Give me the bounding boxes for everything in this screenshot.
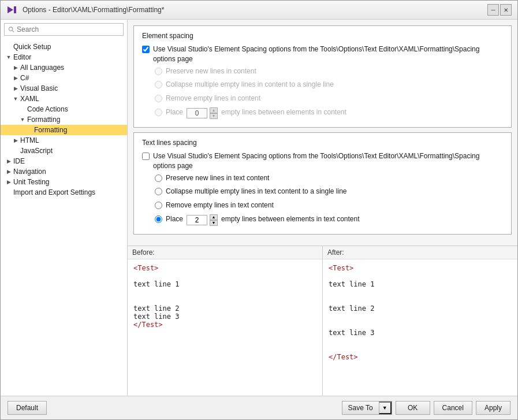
element-spacing-title: Element spacing bbox=[142, 32, 503, 40]
tls-place-radio[interactable] bbox=[155, 215, 162, 223]
ok-button[interactable]: OK bbox=[396, 401, 430, 415]
sidebar: Quick Setup ▼ Editor ▶ All Languages ▶ C… bbox=[1, 20, 128, 396]
cancel-button[interactable]: Cancel bbox=[434, 401, 472, 415]
es-place-suffix: empty lines between elements in content bbox=[221, 107, 346, 117]
default-button[interactable]: Default bbox=[8, 401, 47, 415]
svg-rect-1 bbox=[14, 6, 16, 13]
after-line-blank7 bbox=[329, 345, 512, 353]
before-line-1: <Test> bbox=[133, 264, 316, 272]
vs-logo-icon bbox=[6, 4, 18, 16]
svg-line-3 bbox=[12, 31, 14, 32]
after-line-blank3 bbox=[329, 296, 512, 304]
svg-marker-0 bbox=[8, 6, 13, 13]
tls-preserve-label: Preserve new lines in text content bbox=[166, 173, 269, 183]
options-dialog: Options - Editor\XAML\Formatting\Formatt… bbox=[0, 0, 518, 420]
search-box[interactable] bbox=[4, 23, 124, 36]
arrow-formatting-sub bbox=[26, 127, 33, 133]
element-spacing-checkbox[interactable] bbox=[142, 46, 150, 53]
es-place-radio[interactable] bbox=[155, 109, 162, 116]
tls-spin-buttons: ▲ ▼ bbox=[210, 214, 218, 226]
sidebar-item-xaml[interactable]: ▼ XAML bbox=[1, 94, 127, 104]
tls-remove-label: Remove empty lines in text content bbox=[166, 200, 274, 210]
close-button[interactable]: ✕ bbox=[500, 4, 512, 16]
sidebar-item-all-languages[interactable]: ▶ All Languages bbox=[1, 62, 127, 73]
sidebar-item-editor[interactable]: ▼ Editor bbox=[1, 52, 127, 62]
es-remove: Remove empty lines in content bbox=[155, 94, 503, 103]
element-spacing-vs-label: Use Visual Studio's Element Spacing opti… bbox=[153, 44, 503, 64]
after-line-blank2 bbox=[329, 288, 512, 296]
arrow-formatting-parent: ▼ bbox=[19, 116, 26, 123]
preview-area: Before: <Test> text line 1 text line 2 t… bbox=[128, 246, 517, 396]
after-line-2: text line 1 bbox=[329, 280, 512, 288]
es-preserve-label: Preserve new lines in content bbox=[166, 66, 256, 76]
text-lines-spacing-title: Text lines spacing bbox=[142, 139, 503, 147]
title-bar-left: Options - Editor\XAML\Formatting\Formatt… bbox=[6, 4, 164, 16]
after-content: <Test> text line 1 text line 2 text line… bbox=[323, 259, 517, 396]
minimize-button[interactable]: ─ bbox=[487, 4, 499, 16]
sidebar-item-import-export[interactable]: Import and Export Settings bbox=[1, 187, 127, 198]
sidebar-item-quick-setup[interactable]: Quick Setup bbox=[1, 42, 127, 52]
tls-sub-options: Preserve new lines in text content Colla… bbox=[142, 173, 503, 228]
before-line-4: text line 3 bbox=[133, 313, 316, 321]
tls-spin-input[interactable] bbox=[187, 215, 207, 225]
after-line-4: text line 3 bbox=[329, 329, 512, 337]
footer: Default Save To ▼ OK Cancel Apply bbox=[1, 396, 517, 419]
after-line-3: text line 2 bbox=[329, 304, 512, 313]
save-to-button[interactable]: Save To ▼ bbox=[342, 401, 392, 415]
element-spacing-section: Element spacing Use Visual Studio's Elem… bbox=[133, 25, 512, 128]
tls-spinbox: ▲ ▼ bbox=[187, 214, 218, 226]
arrow-code-actions bbox=[19, 106, 26, 113]
es-remove-radio[interactable] bbox=[155, 95, 162, 102]
es-spin-buttons: ▲ ▼ bbox=[210, 107, 218, 119]
arrow-editor: ▼ bbox=[5, 54, 12, 61]
tls-collapse-radio[interactable] bbox=[155, 188, 162, 195]
search-input[interactable] bbox=[17, 25, 120, 34]
before-line-blank2 bbox=[133, 288, 316, 296]
tree: Quick Setup ▼ Editor ▶ All Languages ▶ C… bbox=[1, 39, 127, 396]
after-line-blank4 bbox=[329, 313, 512, 321]
es-collapse: Collapse multiple empty lines in content… bbox=[155, 80, 503, 90]
arrow-html: ▶ bbox=[12, 137, 19, 144]
tls-place-label: Place bbox=[166, 214, 183, 224]
save-to-main[interactable]: Save To bbox=[342, 402, 379, 414]
sidebar-item-visual-basic[interactable]: ▶ Visual Basic bbox=[1, 83, 127, 94]
arrow-quick-setup bbox=[5, 43, 12, 50]
sidebar-item-unit-testing[interactable]: ▶ Unit Testing bbox=[1, 177, 127, 187]
before-line-blank3 bbox=[133, 296, 316, 304]
sidebar-item-formatting-sub[interactable]: Formatting bbox=[1, 125, 127, 135]
tls-preserve-radio[interactable] bbox=[155, 174, 162, 182]
sidebar-item-code-actions[interactable]: Code Actions bbox=[1, 104, 127, 114]
apply-button[interactable]: Apply bbox=[476, 401, 510, 415]
tls-place: Place ▲ ▼ empty lines between elements i… bbox=[155, 214, 503, 226]
after-pane: After: <Test> text line 1 text line 2 te… bbox=[323, 246, 517, 396]
es-collapse-radio[interactable] bbox=[155, 81, 162, 88]
tls-remove-radio[interactable] bbox=[155, 202, 162, 209]
arrow-ide: ▶ bbox=[5, 158, 12, 165]
tls-collapse-label: Collapse multiple empty lines in text co… bbox=[166, 187, 347, 196]
es-spin-input[interactable] bbox=[187, 108, 207, 118]
sidebar-item-ide[interactable]: ▶ IDE bbox=[1, 156, 127, 166]
es-preserve-radio[interactable] bbox=[155, 68, 162, 75]
arrow-xaml: ▼ bbox=[12, 95, 19, 102]
sidebar-item-navigation[interactable]: ▶ Navigation bbox=[1, 166, 127, 177]
after-header: After: bbox=[323, 246, 517, 259]
tls-use-vs-checkbox[interactable] bbox=[142, 153, 150, 160]
sidebar-item-javascript[interactable]: JavaScript bbox=[1, 146, 127, 156]
before-line-3: text line 2 bbox=[133, 304, 316, 313]
before-content: <Test> text line 1 text line 2 text line… bbox=[128, 259, 322, 396]
es-collapse-label: Collapse multiple empty lines in content… bbox=[166, 80, 334, 90]
options-area: Element spacing Use Visual Studio's Elem… bbox=[128, 20, 517, 246]
sidebar-item-formatting-parent[interactable]: ▼ Formatting bbox=[1, 114, 127, 125]
arrow-javascript bbox=[12, 147, 19, 154]
before-line-5: </Test> bbox=[133, 321, 316, 329]
text-lines-spacing-section: Text lines spacing Use Visual Studio's E… bbox=[133, 132, 512, 235]
title-bar: Options - Editor\XAML\Formatting\Formatt… bbox=[1, 1, 517, 20]
es-spin-up[interactable]: ▲ bbox=[210, 107, 218, 113]
sidebar-item-csharp[interactable]: ▶ C# bbox=[1, 73, 127, 83]
tls-spin-down[interactable]: ▼ bbox=[210, 220, 218, 226]
sidebar-item-html[interactable]: ▶ HTML bbox=[1, 135, 127, 146]
es-spin-down[interactable]: ▼ bbox=[210, 113, 218, 119]
window-title: Options - Editor\XAML\Formatting\Formatt… bbox=[23, 6, 164, 14]
save-to-arrow-icon[interactable]: ▼ bbox=[379, 402, 392, 414]
tls-spin-up[interactable]: ▲ bbox=[210, 214, 218, 220]
